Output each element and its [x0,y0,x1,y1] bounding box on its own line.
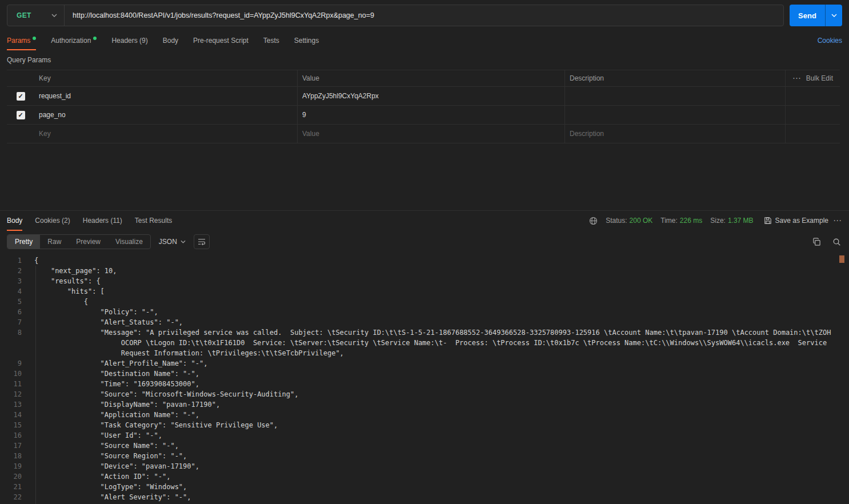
postman-app: GET http://localhost:8400/RestAPI/v1/job… [0,0,849,504]
send-options-button[interactable] [825,5,842,26]
save-as-example-button[interactable]: Save as Example [764,217,828,225]
tab-settings-label: Settings [294,37,319,45]
chevron-down-icon [181,240,186,243]
request-tabs: Params Authorization Headers (9) Body Pr… [0,31,849,50]
line-content: "Application Name": "-", [34,410,849,420]
row-actions-cell [785,106,840,124]
line-content: "Device": "pavan-17190", [34,461,849,471]
tab-body[interactable]: Body [163,31,178,50]
cookies-link[interactable]: Cookies [818,37,842,45]
table-row: ✓ page_no 9 [7,106,840,125]
param-key-field[interactable]: page_no [34,106,297,124]
line-number: 18 [0,451,34,461]
code-line: 18"Source Region": "-", [0,451,849,461]
wrap-text-button[interactable] [194,234,210,249]
param-value-field[interactable]: Value [297,125,564,143]
line-number: 7 [0,317,34,327]
line-content: "Alert Severity": "-", [34,492,849,502]
param-key-field[interactable]: request_id [34,87,297,105]
response-tab-test-results[interactable]: Test Results [135,211,172,231]
line-content: "Action ID": "-", [34,471,849,482]
tab-authorization-label: Authorization [51,37,91,45]
response-tab-cookies[interactable]: Cookies (2) [35,211,70,231]
line-content: "DisplayName": "pavan-17190", [34,399,849,410]
view-raw-button[interactable]: Raw [40,235,69,249]
line-content: "Source": "Microsoft-Windows-Security-Au… [34,389,849,399]
row-checkbox[interactable]: ✓ [17,111,25,119]
line-content: "Source Name": "-", [34,441,849,451]
param-description-field[interactable] [564,106,785,124]
response-meta: Status: 200 OK Time: 226 ms Size: 1.37 M… [589,217,842,225]
tab-settings[interactable]: Settings [294,31,319,50]
response-more-options-icon[interactable]: ⋯ [833,218,842,223]
code-line: 2"next_page": 10, [0,266,849,276]
param-key-field[interactable]: Key [34,125,297,143]
code-line: 16"User Id": "-", [0,430,849,441]
response-tab-headers[interactable]: Headers (11) [83,211,122,231]
method-select[interactable]: GET [7,5,65,26]
param-value-field[interactable]: 9 [297,106,564,124]
empty-area [0,143,849,210]
line-number: 1 [0,255,34,266]
save-icon [764,217,772,225]
param-value-field[interactable]: AYppZyJ5hl9CxYqA2Rpx [297,87,564,105]
table-row: ✓ request_id AYppZyJ5hl9CxYqA2Rpx [7,87,840,106]
code-line: 21"LogType": "Windows", [0,482,849,492]
size-label: Size: [710,217,726,225]
wrap-text-icon [198,238,206,245]
view-preview-button[interactable]: Preview [69,235,108,249]
tab-tests[interactable]: Tests [263,31,279,50]
line-number: 14 [0,410,34,420]
response-body-code[interactable]: 1{2"next_page": 10,3"results": {4"hits":… [0,253,849,504]
param-description-field[interactable] [564,87,785,105]
param-description-field[interactable]: Description [564,125,785,143]
status-badge: Status: 200 OK [606,217,652,225]
line-content: "Source Region": "-", [34,451,849,461]
row-checkbox-cell [7,125,34,143]
line-number: 15 [0,420,34,430]
line-number: 16 [0,430,34,441]
bulk-edit-button[interactable]: Bulk Edit [806,74,833,82]
url-input[interactable]: http://localhost:8400/RestAPI/v1/jobs/re… [65,5,783,26]
line-content: "LogType": "Windows", [34,482,849,492]
tab-prerequest-script[interactable]: Pre-request Script [193,31,249,50]
more-options-icon[interactable]: ⋯ [792,76,802,81]
line-number: 4 [0,286,34,297]
globe-icon[interactable] [589,217,598,225]
code-line: 13"DisplayName": "pavan-17190", [0,399,849,410]
search-icon[interactable] [832,238,841,246]
line-number: 19 [0,461,34,471]
line-number: 2 [0,266,34,276]
line-number: 9 [0,358,34,369]
code-line: 11"Time": "1693908453000", [0,379,849,389]
save-as-example-label: Save as Example [775,217,828,225]
tab-headers-label: Headers (9) [111,37,147,45]
code-line: 6"Policy": "-", [0,307,849,317]
code-line: 1{ [0,255,849,266]
time-label: Time: [660,217,678,225]
indent-guide [35,266,36,504]
format-select[interactable]: JSON [159,238,186,246]
query-params-table: Key Value Description ⋯ Bulk Edit ✓ requ… [7,70,840,143]
tab-authorization[interactable]: Authorization [51,31,97,50]
vertical-scrollbar-thumb[interactable] [839,255,844,263]
url-text: http://localhost:8400/RestAPI/v1/jobs/re… [73,11,374,19]
line-content: "hits": [ [34,286,849,297]
tab-tests-label: Tests [263,37,279,45]
tab-headers[interactable]: Headers (9) [111,31,147,50]
tab-prerequest-label: Pre-request Script [193,37,249,45]
view-pretty-button[interactable]: Pretty [7,235,40,249]
tab-params[interactable]: Params [7,31,36,50]
code-line: 15"Task Category": "Sensitive Privilege … [0,420,849,430]
header-checkbox-cell [7,70,34,86]
copy-icon[interactable] [812,238,821,246]
line-content: { [34,255,849,266]
view-visualize-button[interactable]: Visualize [108,235,150,249]
code-line: 14"Application Name": "-", [0,410,849,420]
send-group: Send [790,5,842,26]
response-tab-body[interactable]: Body [7,211,22,231]
row-checkbox[interactable]: ✓ [17,92,25,101]
send-button[interactable]: Send [790,5,825,26]
line-number: 8 [0,327,34,358]
row-checkbox-cell: ✓ [7,87,34,105]
